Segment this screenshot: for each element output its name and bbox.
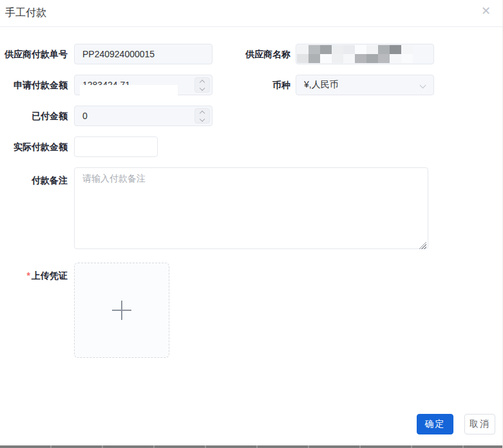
upload-dropzone[interactable] (74, 263, 169, 358)
cancel-button[interactable]: 取消 (464, 414, 495, 434)
dialog-footer: 确定 取消 (417, 414, 495, 434)
payment-no-label: 供应商付款单号 (0, 44, 74, 64)
background-table-edge (0, 445, 502, 448)
supplier-name-field (296, 44, 434, 64)
dialog-body: 供应商付款单号 供应商名称 申请付款金额 (0, 27, 502, 358)
remark-textarea[interactable] (74, 167, 428, 249)
payment-no-input (74, 44, 213, 64)
remark-field (74, 167, 428, 252)
row-paid-amount: 已付金额 (0, 106, 502, 126)
supplier-name-label: 供应商名称 (245, 44, 296, 64)
request-amount-stepper (195, 77, 210, 93)
plus-icon (112, 301, 131, 320)
currency-field (296, 75, 434, 95)
paid-amount-stepper (195, 108, 210, 124)
row-actual-amount: 实际付款金额 (0, 136, 502, 157)
close-icon[interactable]: ✕ (480, 4, 492, 18)
payment-no-field (74, 44, 213, 64)
stepper-up-icon (200, 79, 205, 84)
row-payment-no-supplier: 供应商付款单号 供应商名称 (0, 44, 502, 64)
dialog-title: 手工付款 (5, 6, 46, 20)
confirm-button[interactable]: 确定 (417, 414, 453, 434)
request-amount-label: 申请付款金额 (0, 75, 74, 95)
remark-label: 付款备注 (0, 167, 74, 187)
row-upload: *上传凭证 (0, 263, 502, 358)
paid-amount-label: 已付金额 (0, 106, 74, 126)
actual-amount-field (74, 136, 158, 157)
row-amount-currency: 申请付款金额 币种 (0, 75, 502, 95)
request-amount-field (74, 75, 213, 95)
currency-select (296, 75, 434, 95)
stepper-up-icon (200, 110, 205, 115)
stepper-down-icon (200, 116, 205, 121)
actual-amount-label: 实际付款金额 (0, 136, 74, 157)
paid-amount-input (74, 106, 213, 126)
manual-payment-dialog: 手工付款 ✕ 供应商付款单号 供应商名称 申请付款金额 (0, 0, 503, 448)
dialog-header: 手工付款 ✕ (0, 0, 502, 27)
actual-amount-input[interactable] (74, 136, 158, 157)
stepper-down-icon (200, 85, 205, 90)
resize-handle-icon[interactable] (419, 241, 426, 249)
upload-label: *上传凭证 (0, 263, 74, 282)
supplier-name-mask (297, 45, 413, 63)
paid-amount-field (74, 106, 213, 126)
currency-label: 币种 (272, 75, 296, 95)
request-amount-input (74, 75, 213, 95)
row-remark: 付款备注 (0, 167, 502, 252)
required-asterisk: * (27, 270, 30, 281)
